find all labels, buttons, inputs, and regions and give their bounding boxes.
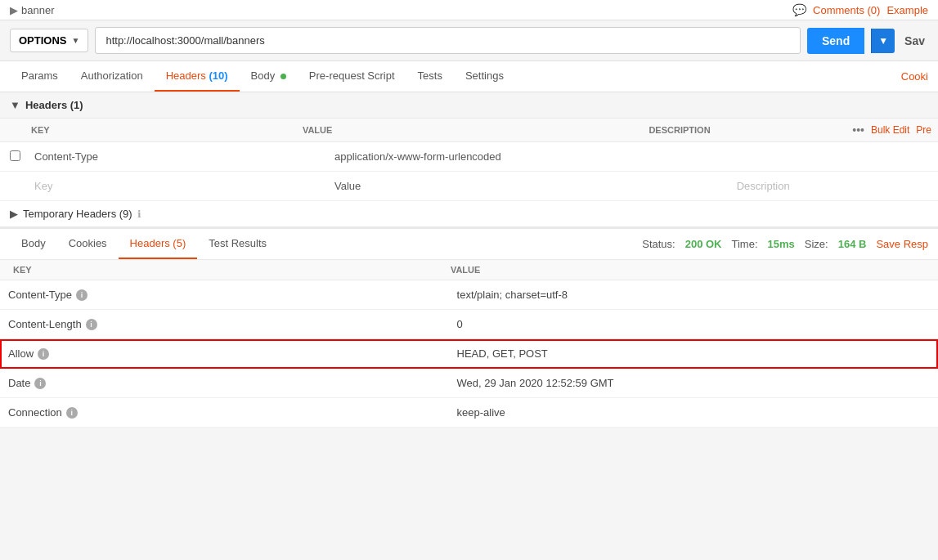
info-icon-content-length[interactable]: i	[86, 319, 97, 330]
response-value-content-type: text/plain; charset=utf-8	[451, 282, 938, 307]
response-key-content-length: Content-Length i	[0, 311, 451, 337]
save-button[interactable]: Sav	[901, 28, 928, 54]
row-value: application/x-www-form-urlencoded	[330, 144, 732, 169]
response-row-allow: Allow i HEAD, GET, POST	[0, 339, 938, 369]
send-caret-button[interactable]: ▼	[871, 29, 895, 53]
response-key-content-type: Content-Type i	[0, 282, 451, 307]
checkbox-input[interactable]	[10, 150, 20, 161]
placeholder-key[interactable]: Key	[29, 173, 330, 199]
tab-response-body[interactable]: Body	[10, 229, 57, 259]
response-headers-table-header: KEY VALUE	[0, 260, 938, 280]
response-col-key-label: KEY	[7, 265, 451, 275]
send-button[interactable]: Send	[807, 28, 864, 54]
breadcrumb-right: 💬 Comments (0) Example	[792, 3, 928, 16]
tab-tests[interactable]: Tests	[406, 61, 454, 92]
response-status-info: Status: 200 OK Time: 15ms Size: 164 B Sa…	[642, 238, 928, 250]
info-icon-date[interactable]: i	[34, 378, 46, 389]
request-header-row-content-type: Content-Type application/x-www-form-urle…	[0, 142, 938, 172]
response-tab-bar: Body Cookies Headers (5) Test Results St…	[0, 227, 938, 260]
size-value: 164 B	[838, 238, 867, 250]
url-input[interactable]	[95, 27, 801, 54]
col-key-label: KEY	[7, 125, 303, 135]
response-value-allow: HEAD, GET, POST	[451, 341, 938, 366]
response-row-content-length: Content-Length i 0	[0, 310, 938, 339]
placeholder-value[interactable]: Value	[330, 173, 732, 199]
tab-authorization[interactable]: Authorization	[70, 61, 155, 92]
headers-section-header[interactable]: ▼ Headers (1)	[0, 92, 938, 118]
temp-headers-section[interactable]: ▶ Temporary Headers (9) ℹ	[0, 201, 938, 227]
response-key-connection: Connection i	[0, 400, 451, 425]
response-key-date: Date i	[0, 370, 451, 396]
time-label: Time:	[732, 238, 758, 250]
response-value-date: Wed, 29 Jan 2020 12:52:59 GMT	[451, 370, 938, 396]
time-value: 15ms	[768, 238, 795, 250]
response-row-connection: Connection i keep-alive	[0, 398, 938, 428]
bulk-edit-button[interactable]: Bulk Edit	[871, 124, 909, 136]
status-label: Status:	[642, 238, 675, 250]
response-row-content-type: Content-Type i text/plain; charset=utf-8	[0, 280, 938, 310]
response-col-value-label: VALUE	[451, 265, 931, 275]
size-label: Size:	[805, 238, 828, 250]
tab-response-headers[interactable]: Headers (5)	[119, 229, 198, 259]
save-response-button[interactable]: Save Resp	[876, 238, 928, 250]
tab-settings[interactable]: Settings	[454, 61, 515, 92]
col-actions: ••• Bulk Edit Pre	[852, 123, 931, 137]
method-select[interactable]: OPTIONS ▼	[10, 29, 88, 52]
request-headers-table-header: KEY VALUE DESCRIPTION ••• Bulk Edit Pre	[0, 118, 938, 142]
info-icon-content-type[interactable]: i	[76, 289, 88, 301]
row-key: Content-Type	[29, 144, 330, 169]
breadcrumb-bar: ▶ banner 💬 Comments (0) Example	[0, 0, 938, 20]
row-checkbox[interactable]	[0, 150, 29, 164]
tab-headers[interactable]: Headers (10)	[155, 61, 240, 92]
headers-arrow-icon: ▼	[10, 99, 20, 111]
response-row-date: Date i Wed, 29 Jan 2020 12:52:59 GMT	[0, 369, 938, 398]
tab-params[interactable]: Params	[10, 61, 70, 92]
temp-section-title: Temporary Headers (9)	[23, 208, 132, 220]
info-icon-connection[interactable]: i	[66, 407, 78, 419]
info-icon-allow[interactable]: i	[38, 348, 49, 360]
tab-body[interactable]: Body	[240, 61, 298, 92]
breadcrumb-arrow: ▶	[10, 4, 18, 16]
response-value-content-length: 0	[451, 311, 938, 337]
cookies-link[interactable]: Cooki	[901, 70, 928, 83]
status-value: 200 OK	[685, 238, 722, 250]
tab-test-results[interactable]: Test Results	[197, 229, 278, 259]
method-caret-icon: ▼	[72, 36, 80, 45]
headers-section-title: Headers (1)	[25, 99, 83, 111]
tab-prerequest[interactable]: Pre-request Script	[298, 61, 406, 92]
placeholder-description[interactable]: Description	[732, 173, 938, 199]
more-icon[interactable]: •••	[852, 123, 864, 137]
toolbar: OPTIONS ▼ Send ▼ Sav	[0, 20, 938, 61]
method-label: OPTIONS	[19, 34, 67, 47]
body-dot	[281, 74, 286, 79]
col-description-label: DESCRIPTION	[649, 125, 852, 135]
example-label[interactable]: Example	[886, 4, 928, 16]
row-description	[732, 150, 938, 164]
comments-label[interactable]: Comments (0)	[813, 4, 880, 16]
temp-arrow-icon: ▶	[10, 208, 18, 220]
temp-info-icon: ℹ	[137, 208, 141, 220]
request-tab-bar: Params Authorization Headers (10) Body P…	[0, 61, 938, 92]
breadcrumb-label: banner	[21, 4, 54, 16]
comments-icon: 💬	[792, 3, 806, 16]
col-value-label: VALUE	[303, 125, 649, 135]
tab-response-cookies[interactable]: Cookies	[57, 229, 119, 259]
response-value-connection: keep-alive	[451, 400, 938, 425]
response-key-allow: Allow i	[0, 341, 451, 366]
request-header-placeholder-row: Key Value Description	[0, 172, 938, 201]
pre-label[interactable]: Pre	[916, 124, 931, 136]
